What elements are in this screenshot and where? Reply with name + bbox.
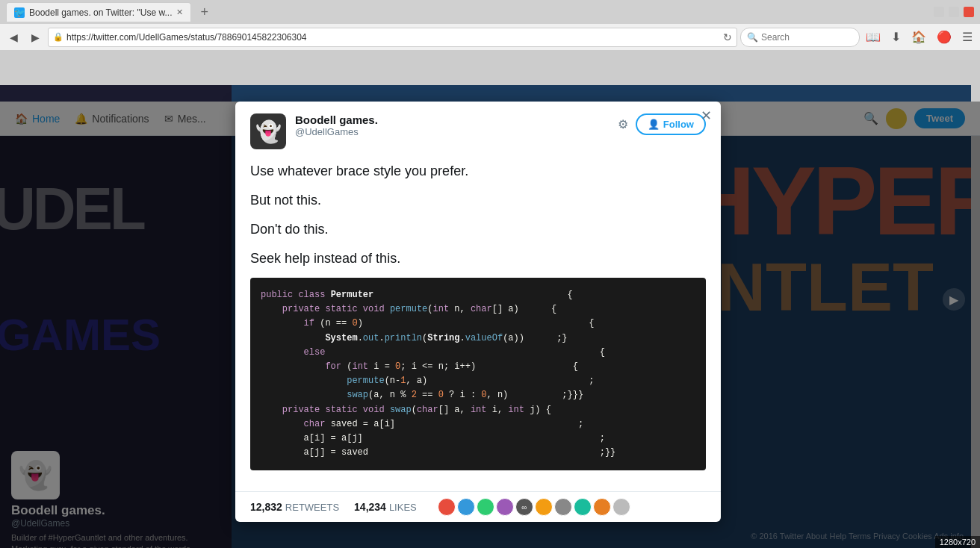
minimize-button[interactable]: [934, 7, 944, 17]
likes-stat: 14,234 LIKES: [354, 501, 417, 513]
page-background: 🏠 Home 🔔 Notifications ✉ Mes... 🔍 Tweet …: [0, 51, 980, 548]
likes-avatar-7: [554, 498, 572, 516]
tweet-settings-button[interactable]: ⚙: [618, 117, 628, 131]
tweet-line-2: But not this.: [250, 190, 706, 211]
new-tab-button[interactable]: +: [197, 4, 211, 20]
extension-icon[interactable]: 🔴: [934, 28, 955, 46]
likes-avatar-3: [477, 498, 494, 516]
settings-icon[interactable]: ☰: [959, 28, 976, 46]
window-controls: [934, 7, 974, 17]
retweets-stat: 12,832 RETWEETS: [250, 501, 339, 513]
tweet-user-info: Boodell games. @UdellGames: [295, 113, 618, 137]
likes-avatar-8: [574, 498, 592, 516]
tweet-author-handle: @UdellGames: [295, 126, 618, 137]
search-icon: 🔍: [747, 32, 758, 43]
likes-avatar-1: [438, 498, 456, 516]
likes-avatar-10: [612, 498, 630, 516]
tweet-modal: ✕ 👻 Boodell games. @UdellGames ⚙ 👤 Follo…: [235, 102, 721, 522]
tab-favicon: 🐦: [14, 7, 25, 18]
navigation-bar: ◀ ▶ 🔒 https://twitter.com/UdellGames/sta…: [0, 24, 980, 51]
tweet-line-3: Don't do this.: [250, 219, 706, 240]
likes-avatar-4: [496, 498, 514, 516]
follow-button[interactable]: 👤 Follow: [636, 113, 706, 135]
ssl-lock-icon: 🔒: [53, 32, 63, 42]
download-icon[interactable]: ⬇: [888, 28, 904, 46]
home-icon[interactable]: 🏠: [908, 28, 929, 46]
browser-tab[interactable]: 🐦 Boodell games. on Twitter: "Use w... ✕: [6, 2, 191, 22]
reload-button[interactable]: ↻: [723, 31, 732, 43]
tab-title: Boodell games. on Twitter: "Use w...: [29, 7, 172, 18]
browser-chrome: 🐦 Boodell games. on Twitter: "Use w... ✕…: [0, 0, 980, 51]
tweet-stats: 12,832 RETWEETS 14,234 LIKES ∞: [235, 491, 721, 522]
tweet-author-name: Boodell games.: [295, 113, 618, 126]
tweet-header-actions: ⚙ 👤 Follow: [618, 113, 706, 135]
retweets-label: RETWEETS: [285, 502, 339, 513]
browser-search-bar[interactable]: 🔍: [740, 28, 860, 47]
address-bar[interactable]: 🔒 https://twitter.com/UdellGames/status/…: [48, 28, 737, 47]
pocket-icon[interactable]: 📖: [863, 28, 884, 46]
tweet-author-avatar: 👻: [250, 113, 286, 149]
resolution-badge: 1280x720: [935, 536, 980, 548]
likes-count: 14,234: [354, 501, 386, 513]
follow-person-icon: 👤: [648, 119, 660, 130]
browser-search-input[interactable]: [761, 32, 853, 43]
back-button[interactable]: ◀: [4, 28, 23, 47]
likes-avatar-2: [457, 498, 475, 516]
likes-avatar-9: [593, 498, 611, 516]
close-button[interactable]: [964, 7, 974, 17]
likes-avatar-6: [535, 498, 553, 516]
likes-avatars: ∞: [438, 498, 630, 516]
modal-close-button[interactable]: ✕: [701, 108, 712, 124]
tweet-line-1: Use whatever brace style you prefer.: [250, 161, 706, 181]
browser-toolbar-icons: 📖 ⬇ 🏠 🔴 ☰: [863, 28, 976, 46]
code-image: public class Permuter { private static v…: [250, 278, 706, 470]
title-bar: 🐦 Boodell games. on Twitter: "Use w... ✕…: [0, 0, 980, 24]
likes-avatar-5: ∞: [515, 498, 533, 516]
tweet-line-4: Seek help instead of this.: [250, 249, 706, 269]
forward-button[interactable]: ▶: [26, 28, 45, 47]
tab-close-button[interactable]: ✕: [176, 7, 183, 17]
tweet-content: Use whatever brace style you prefer. But…: [235, 149, 721, 491]
retweets-count: 12,832: [250, 501, 282, 513]
maximize-button[interactable]: [949, 7, 959, 17]
likes-label: LIKES: [389, 502, 417, 513]
url-text: https://twitter.com/UdellGames/status/78…: [66, 32, 720, 43]
tweet-header: 👻 Boodell games. @UdellGames ⚙ 👤 Follow: [235, 102, 721, 149]
